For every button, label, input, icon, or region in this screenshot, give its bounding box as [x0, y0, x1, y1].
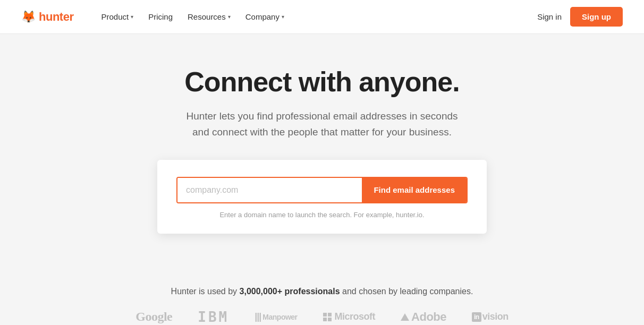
social-proof-section: Hunter is used by 3,000,000+ professiona…: [0, 287, 644, 325]
chevron-down-icon: ▾: [131, 14, 133, 20]
chevron-down-icon: ▾: [282, 14, 284, 20]
hero-subtitle-line1: Hunter lets you find professional email …: [186, 110, 457, 122]
find-email-button[interactable]: Find email addresses: [362, 178, 467, 202]
nav-right: Sign in Sign up: [537, 7, 623, 27]
nav-item-product[interactable]: Product ▾: [95, 8, 140, 25]
nav-item-company[interactable]: Company ▾: [239, 8, 291, 25]
social-proof-count: 3,000,000+: [240, 287, 283, 296]
logo[interactable]: 🦊 hunter: [21, 10, 73, 24]
hero-title: Connect with anyone.: [184, 66, 459, 98]
domain-search-input[interactable]: [177, 178, 362, 202]
social-proof-text: Hunter is used by 3,000,000+ professiona…: [11, 287, 633, 296]
nav-item-resources[interactable]: Resources ▾: [181, 8, 237, 25]
google-logo: Google: [135, 310, 172, 324]
logo-text: hunter: [39, 10, 73, 24]
invision-logo: in vision: [472, 311, 509, 322]
signin-link[interactable]: Sign in: [537, 12, 562, 21]
hero-section: Connect with anyone. Hunter lets you fin…: [0, 34, 644, 287]
hero-subtitle: Hunter lets you find professional email …: [186, 108, 457, 141]
adobe-logo: Adobe: [401, 310, 446, 324]
manpower-bars-icon: |||: [255, 311, 261, 322]
hunter-logo-icon: 🦊: [21, 10, 36, 24]
social-proof-before: Hunter is used by: [171, 287, 240, 296]
social-proof-after: and chosen by leading companies.: [340, 287, 473, 296]
search-hint: Enter a domain name to launch the search…: [176, 211, 468, 219]
search-card: Find email addresses Enter a domain name…: [157, 160, 487, 234]
nav-company-label: Company: [245, 12, 279, 21]
microsoft-grid-icon: [323, 313, 332, 321]
hero-subtitle-line2: and connect with the people that matter …: [192, 126, 452, 138]
social-proof-middle: professionals: [282, 287, 340, 296]
ibm-logo: IBM: [198, 309, 229, 325]
nav-item-pricing[interactable]: Pricing: [142, 8, 179, 25]
nav-resources-label: Resources: [188, 12, 226, 21]
nav-pricing-label: Pricing: [148, 12, 173, 21]
company-logos-row: Google IBM ||| Manpower Microsoft Adobe …: [11, 309, 633, 325]
signup-button[interactable]: Sign up: [570, 7, 623, 27]
nav-links: Product ▾ Pricing Resources ▾ Company ▾: [95, 8, 537, 25]
nav-product-label: Product: [101, 12, 129, 21]
search-row: Find email addresses: [176, 177, 468, 203]
navbar: 🦊 hunter Product ▾ Pricing Resources ▾ C…: [0, 0, 644, 34]
chevron-down-icon: ▾: [228, 14, 231, 20]
invision-box-icon: in: [472, 312, 481, 322]
manpower-logo: ||| Manpower: [255, 311, 297, 322]
microsoft-logo: Microsoft: [323, 311, 376, 322]
adobe-triangle-icon: [401, 313, 409, 321]
